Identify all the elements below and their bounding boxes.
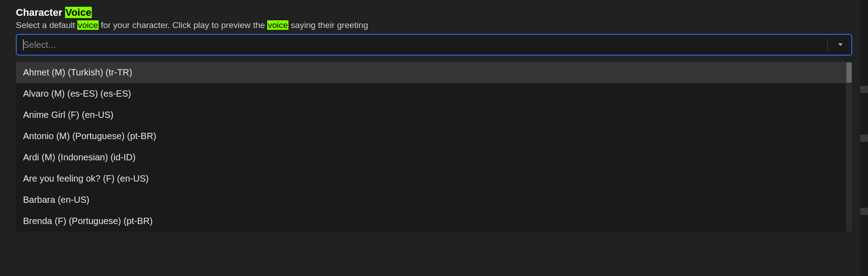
section-title: Character Voice [16, 7, 852, 19]
subtitle-part-1: Select a default [16, 20, 77, 30]
voice-option[interactable]: Anime Girl (F) (en-US) [16, 104, 852, 126]
scrollbar-mark [860, 208, 868, 215]
text-cursor [23, 39, 24, 50]
voice-option[interactable]: Brenda (F) (Portuguese) (pt-BR) [16, 211, 852, 232]
select-placeholder: Select... [23, 40, 56, 50]
voice-option[interactable]: Are you feeling ok? (F) (en-US) [16, 168, 852, 189]
voice-dropdown-menu: Ahmet (M) (Turkish) (tr-TR)Alvaro (M) (e… [16, 62, 852, 232]
select-divider [827, 38, 828, 51]
title-prefix: Character [16, 7, 65, 18]
scrollbar-mark [860, 135, 868, 142]
subtitle-part-3: saying their greeting [288, 20, 368, 30]
subtitle-part-2: for your character. Click play to previe… [99, 20, 268, 30]
page-scrollbar[interactable] [860, 0, 868, 276]
voice-option[interactable]: Alvaro (M) (es-ES) (es-ES) [16, 83, 852, 104]
subtitle-highlight-2: voice [267, 20, 288, 30]
scrollbar-mark [860, 86, 868, 93]
title-highlight: Voice [65, 7, 92, 18]
voice-option[interactable]: Ahmet (M) (Turkish) (tr-TR) [16, 62, 852, 83]
voice-select-container: Select... Ahmet (M) (Turkish) (tr-TR)Alv… [16, 34, 852, 232]
section-subtitle: Select a default voice for your characte… [16, 20, 852, 30]
dropdown-scrollbar-thumb[interactable] [846, 62, 852, 83]
subtitle-highlight-1: voice [77, 20, 98, 30]
chevron-down-icon[interactable] [836, 40, 845, 49]
voice-select-input[interactable]: Select... [16, 34, 852, 56]
dropdown-scrollbar-track[interactable] [846, 62, 852, 232]
voice-option[interactable]: Barbara (en-US) [16, 189, 852, 211]
voice-option[interactable]: Antonio (M) (Portuguese) (pt-BR) [16, 126, 852, 147]
voice-option[interactable]: Ardi (M) (Indonesian) (id-ID) [16, 147, 852, 168]
